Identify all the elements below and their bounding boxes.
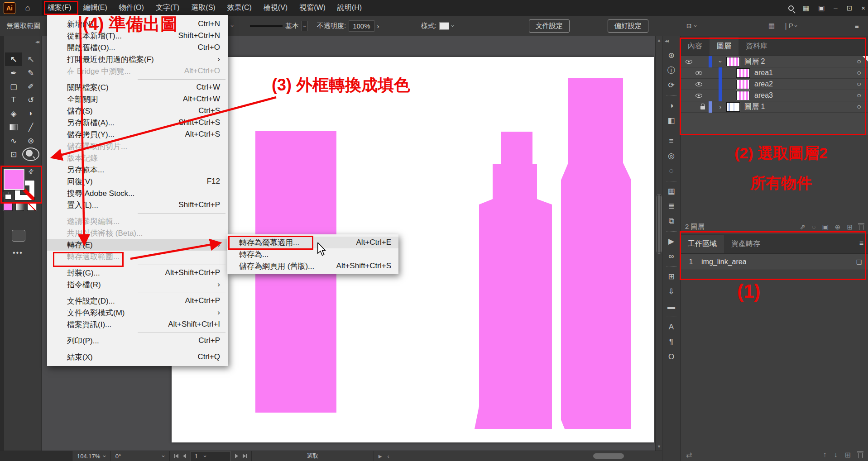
- layer-name[interactable]: area3: [754, 91, 850, 100]
- file-new-from-template[interactable]: 從範本新增(T)... Shift+Ctrl+N: [47, 30, 228, 42]
- save-for-web-legacy[interactable]: 儲存為網頁用 (舊版)... Alt+Shift+Ctrl+S: [227, 260, 398, 272]
- collect-for-export-icon[interactable]: ⇗: [800, 223, 806, 231]
- file-document-setup[interactable]: 文件設定(D)... Alt+Ctrl+P: [47, 295, 228, 307]
- shape-builder-tool[interactable]: ⊚: [22, 134, 39, 147]
- control-bar-menu-icon[interactable]: ≡: [855, 22, 859, 30]
- actions-panel-icon[interactable]: ▶: [662, 234, 681, 249]
- strip-separator[interactable]: [662, 264, 681, 269]
- target-circle[interactable]: ○: [850, 80, 868, 88]
- horizontal-scrollbar-thumb[interactable]: [593, 453, 624, 459]
- target-circle[interactable]: ○: [850, 91, 868, 100]
- visibility-toggle[interactable]: [691, 71, 707, 75]
- reorder-icon[interactable]: ⇄: [686, 451, 692, 459]
- fill-color-swatch[interactable]: [4, 169, 24, 190]
- file-new[interactable]: 新增(N)... Ctrl+N: [47, 18, 228, 30]
- scroll-down-icon[interactable]: ▼: [657, 444, 661, 449]
- version-history-panel-icon[interactable]: ⟳: [662, 78, 681, 93]
- target-circle[interactable]: ○: [850, 69, 868, 77]
- minimize-icon[interactable]: –: [834, 4, 837, 12]
- zoom-tool[interactable]: [22, 147, 39, 161]
- file-browse-bridge[interactable]: 在 Bridge 中瀏覽... Alt+Ctrl+O: [47, 65, 228, 77]
- layer-name[interactable]: area1: [754, 69, 850, 77]
- layer-name[interactable]: 圖層 1: [744, 102, 850, 112]
- strip-collapse-icon[interactable]: ◂◂: [665, 38, 668, 44]
- paragraph-panel-icon[interactable]: ¶: [662, 334, 681, 349]
- new-layer-icon[interactable]: ⊞: [847, 223, 853, 231]
- swap-fill-stroke-icon[interactable]: ⇄: [26, 166, 35, 176]
- curvature-tool[interactable]: ✎: [22, 66, 39, 80]
- artboard-tool[interactable]: ⊡: [5, 147, 22, 161]
- file-file-info[interactable]: 檔案資訊(I)... Alt+Shift+Ctrl+I: [47, 318, 228, 330]
- close-icon[interactable]: ×: [861, 4, 865, 12]
- menu-window[interactable]: 視窗(W): [293, 0, 331, 15]
- layer-name[interactable]: area2: [754, 80, 850, 88]
- scroll-up-icon[interactable]: ▲: [657, 38, 661, 43]
- home-icon[interactable]: ⌂: [20, 3, 35, 13]
- file-search-adobe-stock[interactable]: 搜尋 Adobe Stock...: [47, 187, 228, 199]
- stroke-panel-icon[interactable]: ≡: [662, 133, 681, 148]
- selection-tool[interactable]: ↖: [5, 52, 22, 66]
- menu-separator[interactable]: [47, 347, 228, 351]
- file-share-for-review[interactable]: 共用以供審核 (Beta)...: [47, 227, 228, 239]
- gradient-tool[interactable]: [5, 120, 22, 134]
- file-close[interactable]: 關閉檔案(C) Ctrl+W: [47, 81, 228, 93]
- gradient-bar-panel-icon[interactable]: ▬: [662, 299, 681, 314]
- export-for-screens[interactable]: 轉存為螢幕適用... Alt+Ctrl+E: [227, 237, 398, 248]
- menu-view[interactable]: 檢視(V): [258, 0, 293, 15]
- artboards-panel-icon[interactable]: ⊞: [662, 269, 681, 284]
- strip-separator[interactable]: [662, 178, 681, 184]
- layer-name[interactable]: 圖層 2: [744, 57, 850, 67]
- tab-asset-export[interactable]: 資產轉存: [724, 235, 767, 253]
- transparency-panel-icon[interactable]: ◎: [662, 148, 681, 163]
- stroke-style-widget[interactable]: 基本 ›: [250, 16, 308, 36]
- export-as[interactable]: 轉存為...: [227, 248, 398, 260]
- file-open[interactable]: 開啟舊檔(O)... Ctrl+O: [47, 42, 228, 53]
- strip-separator[interactable]: [662, 228, 681, 234]
- file-exit[interactable]: 結束(X) Ctrl+Q: [47, 351, 228, 363]
- rotate-tool[interactable]: ↺: [22, 93, 39, 107]
- expand-toggle[interactable]: ›: [715, 58, 726, 65]
- toolbar-collapse-icon[interactable]: ◂◂: [35, 39, 38, 45]
- tab-properties[interactable]: 內容: [681, 37, 710, 56]
- grid-view-icon[interactable]: ▦: [768, 22, 775, 30]
- move-down-icon[interactable]: ↓: [834, 451, 838, 459]
- menu-type[interactable]: 文字(T): [150, 0, 185, 15]
- arrange-documents-icon[interactable]: ▦: [803, 4, 809, 12]
- file-print[interactable]: 列印(P)... Ctrl+P: [47, 335, 228, 347]
- tab-artboards[interactable]: 工作區域: [681, 235, 724, 253]
- comment-tool[interactable]: ◗: [22, 107, 39, 120]
- menu-effect[interactable]: 效果(C): [221, 0, 258, 15]
- locate-object-icon[interactable]: ◌: [812, 223, 816, 231]
- menu-separator[interactable]: [47, 262, 228, 267]
- color-panel-icon[interactable]: ◑: [662, 98, 681, 113]
- edit-toolbar-icon[interactable]: •••: [13, 249, 23, 257]
- layer-row-area1[interactable]: area1 ○: [681, 67, 868, 79]
- visibility-toggle[interactable]: [691, 82, 707, 86]
- search-icon[interactable]: [788, 5, 794, 11]
- file-invite-to-edit[interactable]: 邀請參與編輯...: [47, 215, 228, 227]
- none-button[interactable]: [27, 203, 36, 211]
- default-fill-stroke-icon[interactable]: [3, 192, 9, 197]
- previous-artboard-icon[interactable]: [183, 454, 186, 458]
- first-artboard-icon[interactable]: [174, 453, 178, 460]
- gradient-button[interactable]: [15, 203, 24, 211]
- visibility-toggle[interactable]: [691, 94, 707, 98]
- last-artboard-icon[interactable]: [243, 453, 247, 460]
- file-save-as-template[interactable]: 另存範本...: [47, 164, 228, 176]
- artboards-panel-menu-icon[interactable]: ≡: [859, 239, 863, 247]
- drawing-mode-button[interactable]: [12, 230, 25, 242]
- stroke-style-dropdown[interactable]: ›: [302, 21, 308, 31]
- type-tool[interactable]: T: [5, 93, 22, 107]
- menu-separator[interactable]: [47, 211, 228, 215]
- appearance-panel-icon[interactable]: ◌: [662, 163, 681, 178]
- make-clipping-mask-icon[interactable]: ▣: [822, 223, 829, 231]
- style-swatch[interactable]: [439, 22, 449, 30]
- file-revert[interactable]: 回復(V) F12: [47, 176, 228, 187]
- pathfinder-panel-icon[interactable]: ⧉: [662, 214, 681, 228]
- artboard-number-dropdown[interactable]: 1 ›: [191, 451, 230, 461]
- tab-libraries[interactable]: 資料庫: [739, 37, 775, 56]
- paintbrush-tool[interactable]: ✐: [22, 80, 39, 93]
- pattern-panel-icon[interactable]: ▦: [662, 184, 681, 199]
- menu-separator[interactable]: [47, 290, 228, 295]
- direct-selection-tool[interactable]: ↖: [22, 52, 39, 66]
